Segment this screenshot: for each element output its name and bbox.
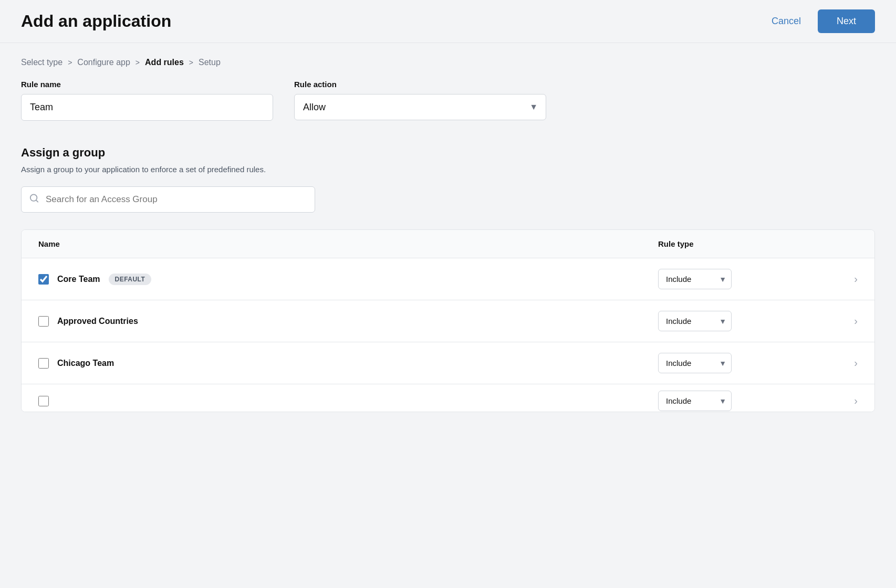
rule-type-select-chicago-team[interactable]: Include Exclude xyxy=(658,353,732,373)
table-row: Chicago Team Include Exclude ▼ › xyxy=(22,342,874,384)
page-container: Add an application Cancel Next Select ty… xyxy=(0,0,896,588)
header-actions: Cancel Next xyxy=(763,9,875,33)
row-chevron-right-icon: › xyxy=(854,357,858,369)
search-wrapper xyxy=(21,186,315,213)
next-button[interactable]: Next xyxy=(818,9,875,33)
breadcrumb-step-setup: Setup xyxy=(199,58,221,67)
row-chevron-right-icon: › xyxy=(854,315,858,327)
default-badge: DEFAULT xyxy=(109,274,152,285)
cancel-button[interactable]: Cancel xyxy=(763,10,809,32)
breadcrumb: Select type > Configure app > Add rules … xyxy=(0,43,896,80)
rule-type-cell: Include Exclude ▼ xyxy=(658,353,826,373)
breadcrumb-separator-1: > xyxy=(68,58,72,67)
assign-group-title: Assign a group xyxy=(21,146,875,160)
row-name-cell: Chicago Team xyxy=(38,358,658,369)
rule-type-select-wrapper: Include Exclude ▼ xyxy=(658,353,732,373)
rule-type-select-wrapper: Include Exclude ▼ xyxy=(658,391,732,411)
rule-name-label: Rule name xyxy=(21,80,273,89)
th-action xyxy=(826,239,858,248)
assign-group-section: Assign a group Assign a group to your ap… xyxy=(21,146,875,412)
row-checkbox-approved-countries[interactable] xyxy=(38,316,49,327)
breadcrumb-step-add-rules: Add rules xyxy=(145,58,184,67)
rule-type-select-wrapper: Include Exclude ▼ xyxy=(658,311,732,331)
assign-group-description: Assign a group to your application to en… xyxy=(21,165,875,174)
table-row: Core Team DEFAULT Include Exclude ▼ xyxy=(22,258,874,300)
th-rule-type: Rule type xyxy=(658,239,826,248)
rule-action-select[interactable]: Allow Deny xyxy=(294,94,546,120)
row-name-cell: Approved Countries xyxy=(38,316,658,327)
row-chevron-right-icon: › xyxy=(854,273,858,285)
rule-action-label: Rule action xyxy=(294,80,546,89)
rule-type-select-partial[interactable]: Include Exclude xyxy=(658,391,732,411)
rule-type-cell: Include Exclude ▼ xyxy=(658,391,826,411)
rule-action-group: Rule action Allow Deny ▼ xyxy=(294,80,546,121)
search-input[interactable] xyxy=(21,186,315,213)
row-chevron-right-icon: › xyxy=(854,395,858,407)
table-header: Name Rule type xyxy=(22,230,874,258)
breadcrumb-step-select-type: Select type xyxy=(21,58,62,67)
main-content: Rule name Rule action Allow Deny ▼ Assig… xyxy=(0,80,896,433)
row-checkbox-core-team[interactable] xyxy=(38,274,49,285)
table-row: Approved Countries Include Exclude ▼ › xyxy=(22,300,874,342)
row-checkbox-chicago-team[interactable] xyxy=(38,358,49,369)
breadcrumb-separator-3: > xyxy=(189,58,193,67)
rule-type-select-core-team[interactable]: Include Exclude xyxy=(658,269,732,289)
rule-name-input[interactable] xyxy=(21,94,273,121)
row-name-cell xyxy=(38,396,658,406)
rule-name-group: Rule name xyxy=(21,80,273,121)
row-chevron-cell[interactable]: › xyxy=(826,315,858,327)
row-chevron-cell[interactable]: › xyxy=(826,273,858,285)
row-name-text: Core Team xyxy=(57,275,100,284)
row-name-text: Approved Countries xyxy=(57,317,138,326)
row-name-text: Chicago Team xyxy=(57,359,114,368)
breadcrumb-step-configure-app: Configure app xyxy=(77,58,130,67)
rule-action-select-wrapper: Allow Deny ▼ xyxy=(294,94,546,120)
row-chevron-cell[interactable]: › xyxy=(826,395,858,407)
breadcrumb-separator-2: > xyxy=(136,58,140,67)
page-title: Add an application xyxy=(21,12,171,31)
rule-type-select-approved-countries[interactable]: Include Exclude xyxy=(658,311,732,331)
row-checkbox-partial[interactable] xyxy=(38,396,49,406)
row-chevron-cell[interactable]: › xyxy=(826,357,858,369)
table-row-partial: Include Exclude ▼ › xyxy=(22,384,874,412)
th-name: Name xyxy=(38,239,658,248)
row-name-cell: Core Team DEFAULT xyxy=(38,274,658,285)
access-group-table: Name Rule type Core Team DEFAULT Incl xyxy=(21,229,875,412)
rule-form-section: Rule name Rule action Allow Deny ▼ xyxy=(21,80,875,121)
rule-type-cell: Include Exclude ▼ xyxy=(658,269,826,289)
page-header: Add an application Cancel Next xyxy=(0,0,896,43)
rule-type-cell: Include Exclude ▼ xyxy=(658,311,826,331)
rule-type-select-wrapper: Include Exclude ▼ xyxy=(658,269,732,289)
